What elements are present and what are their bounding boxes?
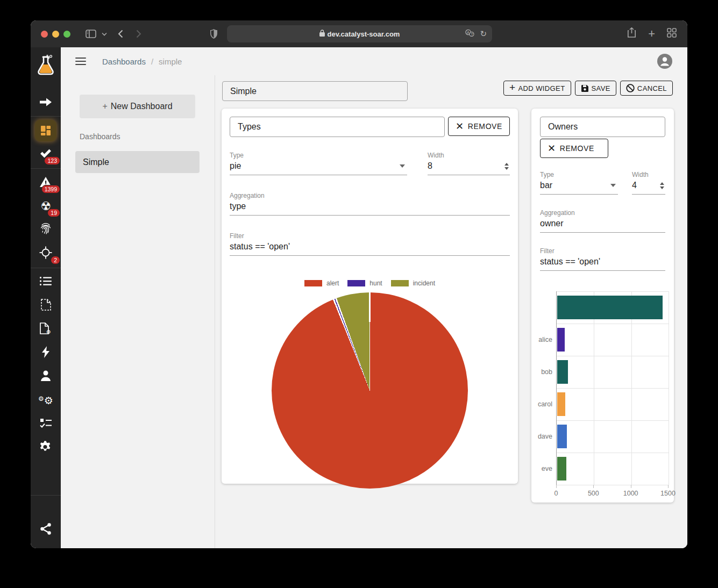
sidebar-item-users[interactable] [31, 365, 61, 389]
number-stepper-icon[interactable] [660, 182, 664, 189]
type-select[interactable]: pie [230, 159, 407, 175]
bar-bob[interactable] [557, 360, 568, 384]
forward-icon[interactable] [136, 30, 141, 38]
add-widget-button[interactable]: + ADD WIDGET [503, 81, 571, 96]
y-category-label: bob [520, 368, 552, 376]
sidebar-item-settings[interactable] [31, 436, 61, 460]
legend-swatch [391, 280, 409, 286]
sidebar-item-automations[interactable] [31, 341, 61, 365]
aggregation-input[interactable]: type [230, 199, 510, 216]
cancel-icon [626, 84, 635, 92]
bar-eve[interactable] [557, 457, 566, 481]
bar-unassigned[interactable] [557, 296, 663, 319]
type-select[interactable]: bar [540, 178, 618, 195]
tab-overview-icon[interactable] [667, 28, 677, 40]
bar-dave[interactable] [557, 425, 567, 448]
address-bar[interactable]: dev.catalyst-soar.com A文 ↻ [227, 25, 492, 42]
hamburger-menu-icon[interactable] [75, 58, 86, 65]
share-nav-icon[interactable] [31, 517, 61, 541]
gridline [557, 388, 669, 389]
gridline [557, 324, 669, 324]
minimize-window-button[interactable] [52, 31, 59, 38]
pie-legend: alerthuntincident [230, 279, 510, 287]
translate-icon[interactable]: A文 [465, 30, 474, 38]
legend-label: hunt [369, 279, 382, 287]
svg-text:⚙: ⚙ [46, 329, 51, 334]
save-icon [581, 84, 589, 92]
widget-name-input[interactable] [540, 117, 665, 137]
axis-tick [631, 485, 631, 488]
axis-tick [668, 485, 669, 488]
select-arrow-icon [610, 184, 616, 187]
legend-swatch [347, 280, 365, 286]
legend-item[interactable]: incident [391, 279, 435, 287]
cancel-button[interactable]: CANCEL [620, 81, 673, 96]
reload-icon[interactable]: ↻ [480, 29, 487, 39]
filter-label: Filter [230, 232, 510, 240]
back-icon[interactable] [118, 30, 123, 38]
sidebar-item-dashboards[interactable] [31, 119, 61, 142]
sidebar-item-jobs[interactable] [31, 412, 61, 436]
dashboard-list-item-simple[interactable]: Simple [75, 151, 200, 173]
sidebar-toggle-icon[interactable] [86, 30, 96, 38]
breadcrumb-dashboards[interactable]: Dashboards [102, 57, 146, 66]
width-input[interactable]: 4 [632, 178, 665, 195]
svg-text:A: A [467, 31, 470, 34]
zoom-window-button[interactable] [63, 31, 70, 38]
sidebar-item-hunts[interactable]: 2 [31, 242, 61, 266]
widget-name-input[interactable] [230, 117, 445, 137]
sidebar-item-integrations[interactable]: ⚙⚙ [31, 389, 61, 412]
bar-carol[interactable] [557, 392, 565, 416]
close-window-button[interactable] [41, 31, 48, 38]
app-sidebar: 123 1399 ☢ 19 2 [31, 47, 61, 548]
browser-titlebar: dev.catalyst-soar.com A文 ↻ + [31, 20, 687, 47]
flask-logo-icon[interactable] [31, 54, 61, 77]
number-stepper-icon[interactable] [504, 163, 509, 170]
chevron-down-icon[interactable] [102, 32, 107, 36]
bar-alice[interactable] [557, 328, 565, 352]
legend-item[interactable]: hunt [347, 279, 382, 287]
sidebar-item-list[interactable] [31, 270, 61, 294]
width-label: Width [428, 152, 510, 159]
legend-item[interactable]: alert [304, 279, 339, 287]
sidebar-item-forensics[interactable] [31, 218, 61, 242]
gridline [557, 356, 669, 356]
remove-widget-button[interactable]: ✕ REMOVE [448, 117, 510, 136]
file-gear-icon: ⚙ [40, 322, 52, 336]
remove-widget-button[interactable]: ✕ REMOVE [540, 139, 608, 158]
y-category-label: carol [520, 400, 552, 408]
dashboard-grid-icon [35, 120, 56, 141]
avatar[interactable] [657, 54, 672, 69]
filter-input[interactable]: status == 'open' [230, 240, 510, 256]
x-tick-label: 0 [555, 490, 558, 497]
filter-input[interactable]: status == 'open' [540, 255, 665, 271]
arrow-right-icon[interactable] [31, 90, 61, 114]
widget-card-types: ✕ REMOVE Type pie Width [222, 109, 518, 484]
person-icon [40, 370, 52, 383]
dashboard-name-input[interactable] [222, 81, 408, 101]
legend-label: incident [413, 279, 435, 287]
shield-icon[interactable] [210, 29, 218, 39]
checklist-icon [40, 418, 52, 430]
sidebar-item-alerts[interactable]: 1399 [31, 171, 61, 195]
width-input[interactable]: 8 [428, 159, 510, 175]
save-button[interactable]: SAVE [575, 81, 616, 96]
aggregation-input[interactable]: owner [540, 217, 665, 233]
share-icon[interactable] [627, 27, 636, 40]
new-dashboard-button[interactable]: +New Dashboard [80, 95, 195, 118]
fingerprint-icon [40, 223, 52, 238]
gear-icon [39, 440, 52, 455]
gridline [557, 291, 669, 292]
sidebar-item-incidents[interactable]: ☢ 19 [31, 195, 61, 218]
lightning-icon [42, 346, 49, 360]
sidebar-item-reports[interactable]: ⚙ [31, 318, 61, 341]
y-category-label: dave [520, 433, 552, 440]
lock-icon [319, 30, 325, 38]
legend-swatch [304, 280, 322, 286]
legend-label: alert [326, 279, 339, 287]
new-tab-icon[interactable]: + [648, 28, 655, 40]
sidebar-item-templates[interactable] [31, 294, 61, 318]
badge-count: 123 [44, 156, 60, 166]
sidebar-item-tasks[interactable]: 123 [31, 142, 61, 166]
widget-card-owners: ✕ REMOVE Type bar Width 4 [531, 109, 674, 503]
